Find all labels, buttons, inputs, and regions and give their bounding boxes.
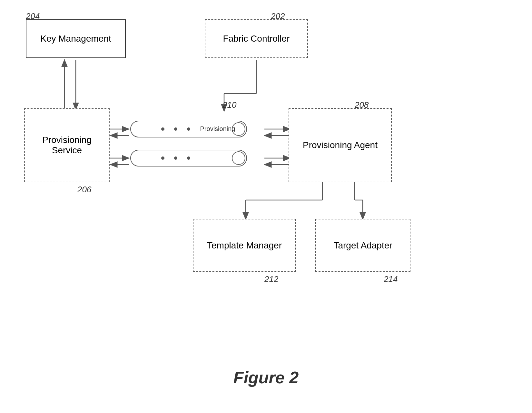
target-adapter-label: Target Adapter	[333, 240, 392, 251]
lower-queue-svg	[124, 148, 266, 174]
svg-point-32	[187, 156, 190, 160]
svg-point-29	[232, 152, 245, 165]
provisioning-service-ref: 206	[77, 185, 91, 195]
provisioning-service-box: ProvisioningService	[24, 108, 110, 182]
key-management-box: Key Management	[26, 19, 126, 58]
diagram: Key Management 204 Fabric Controller 202…	[0, 0, 532, 413]
provisioning-agent-ref: 208	[355, 100, 369, 110]
svg-point-26	[187, 127, 190, 131]
fabric-controller-label: Fabric Controller	[223, 34, 290, 44]
template-manager-ref: 212	[264, 274, 278, 284]
svg-point-25	[174, 127, 177, 131]
figure-label: Figure 2	[233, 368, 299, 387]
svg-point-31	[174, 156, 177, 160]
provisioning-service-label: ProvisioningService	[42, 135, 92, 156]
diagram-arrows	[0, 0, 532, 413]
target-adapter-ref: 214	[384, 274, 398, 284]
key-management-label: Key Management	[40, 34, 111, 44]
fabric-controller-box: Fabric Controller	[205, 19, 308, 58]
upper-queue-svg: Provisioning	[124, 119, 266, 145]
template-manager-box: Template Manager	[193, 219, 296, 272]
svg-point-30	[161, 156, 164, 160]
key-management-ref: 204	[26, 11, 40, 21]
provisioning-queue-ref: 210	[222, 100, 236, 110]
provisioning-agent-box: Provisioning Agent	[289, 108, 392, 182]
svg-text:Provisioning: Provisioning	[200, 125, 235, 132]
template-manager-label: Template Manager	[207, 240, 282, 251]
provisioning-agent-label: Provisioning Agent	[303, 140, 378, 150]
svg-point-24	[161, 127, 164, 131]
target-adapter-box: Target Adapter	[315, 219, 410, 272]
fabric-controller-ref: 202	[271, 11, 285, 21]
